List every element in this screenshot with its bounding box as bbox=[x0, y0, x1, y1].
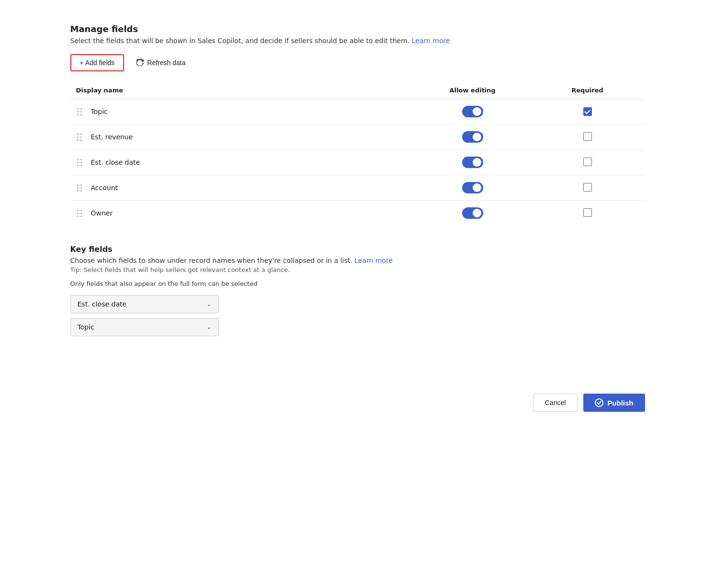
refresh-icon bbox=[136, 59, 144, 67]
required-cell bbox=[530, 99, 645, 124]
allow-editing-toggle[interactable] bbox=[462, 207, 483, 219]
allow-editing-cell bbox=[415, 175, 530, 201]
field-name-cell: Owner bbox=[70, 201, 415, 226]
table-row: Account bbox=[70, 175, 645, 201]
col-header-display-name: Display name bbox=[70, 83, 415, 99]
fields-table: Display name Allow editing Required Topi… bbox=[70, 83, 645, 226]
drag-handle[interactable] bbox=[76, 158, 83, 167]
allow-editing-toggle[interactable] bbox=[462, 182, 483, 193]
table-row: Owner bbox=[70, 201, 645, 226]
col-header-allow-editing: Allow editing bbox=[415, 83, 530, 99]
required-cell bbox=[530, 124, 645, 150]
field-name: Owner bbox=[91, 209, 113, 217]
field-name: Est. revenue bbox=[91, 133, 133, 141]
publish-check-icon bbox=[595, 398, 603, 407]
field-name-cell: Account bbox=[70, 175, 415, 201]
required-cell bbox=[530, 150, 645, 175]
required-checkbox[interactable] bbox=[583, 107, 592, 116]
required-cell bbox=[530, 201, 645, 226]
allow-editing-cell bbox=[415, 124, 530, 150]
required-checkbox[interactable] bbox=[583, 132, 592, 141]
drag-handle[interactable] bbox=[76, 183, 83, 192]
page-title: Manage fields bbox=[70, 24, 645, 34]
footer-actions: Cancel Publish bbox=[70, 384, 645, 412]
page-description: Select the fields that will be shown in … bbox=[70, 37, 645, 45]
key-fields-tip: Tip: Select fields that will help seller… bbox=[70, 266, 645, 273]
allow-editing-cell bbox=[415, 150, 530, 175]
key-fields-note: Only fields that also appear on the full… bbox=[70, 280, 645, 287]
header-learn-more-link[interactable]: Learn more bbox=[412, 37, 450, 45]
field-name: Est. close date bbox=[91, 158, 140, 166]
allow-editing-cell bbox=[415, 99, 530, 124]
field-name-cell: Topic bbox=[70, 99, 415, 124]
drag-handle[interactable] bbox=[76, 133, 83, 142]
refresh-data-button[interactable]: Refresh data bbox=[130, 55, 192, 70]
key-field-dropdown-1[interactable]: Topic ⌄ bbox=[70, 318, 219, 336]
key-fields-section: Key fields Choose which fields to show u… bbox=[70, 245, 645, 336]
allow-editing-toggle[interactable] bbox=[462, 106, 483, 117]
table-row: Topic bbox=[70, 99, 645, 124]
key-field-dropdown-value: Topic bbox=[78, 323, 94, 331]
field-name: Account bbox=[91, 184, 118, 192]
allow-editing-toggle[interactable] bbox=[462, 157, 483, 168]
required-cell bbox=[530, 175, 645, 201]
col-header-required: Required bbox=[530, 83, 645, 99]
key-fields-learn-more-link[interactable]: Learn more bbox=[354, 257, 393, 264]
chevron-down-icon: ⌄ bbox=[206, 324, 211, 330]
required-checkbox[interactable] bbox=[583, 208, 592, 217]
field-name-cell: Est. revenue bbox=[70, 124, 415, 150]
key-fields-title: Key fields bbox=[70, 245, 645, 254]
key-fields-dropdowns: Est. close date ⌄ Topic ⌄ bbox=[70, 295, 645, 336]
table-row: Est. close date bbox=[70, 150, 645, 175]
publish-button[interactable]: Publish bbox=[583, 394, 645, 412]
key-fields-description: Choose which fields to show under record… bbox=[70, 257, 645, 264]
allow-editing-cell bbox=[415, 201, 530, 226]
required-checkbox[interactable] bbox=[583, 183, 592, 192]
chevron-down-icon: ⌄ bbox=[206, 301, 211, 307]
key-field-dropdown-0[interactable]: Est. close date ⌄ bbox=[70, 295, 219, 313]
add-fields-button[interactable]: + Add fields bbox=[70, 54, 125, 71]
drag-handle[interactable] bbox=[76, 107, 83, 116]
table-row: Est. revenue bbox=[70, 124, 645, 150]
cancel-button[interactable]: Cancel bbox=[533, 394, 578, 412]
toolbar: + Add fields Refresh data bbox=[70, 54, 645, 71]
allow-editing-toggle[interactable] bbox=[462, 131, 483, 143]
key-field-dropdown-value: Est. close date bbox=[78, 300, 127, 308]
field-name: Topic bbox=[91, 108, 108, 115]
field-name-cell: Est. close date bbox=[70, 150, 415, 175]
drag-handle[interactable] bbox=[76, 209, 83, 218]
required-checkbox[interactable] bbox=[583, 158, 592, 166]
